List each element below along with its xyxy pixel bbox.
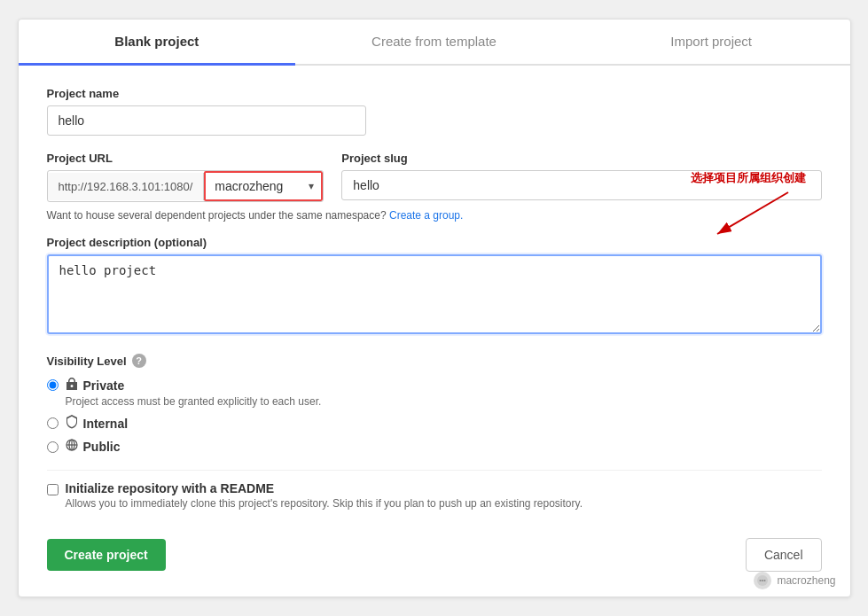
namespace-select[interactable]: macrozheng [206,173,321,199]
visibility-private-label: Private [83,378,125,393]
watermark-text: macrozheng [777,574,835,587]
visibility-private-title: Private [66,377,322,394]
help-icon[interactable]: ? [132,354,146,368]
visibility-public-item: Public [47,439,822,454]
visibility-internal-item: Internal [47,415,822,432]
visibility-public-label: Public [83,440,121,454]
action-row: Create project Cancel [47,531,822,572]
project-name-input[interactable] [47,105,366,136]
visibility-public-radio[interactable] [47,441,59,453]
url-prefix: http://192.168.3.101:1080/ [48,173,205,200]
cancel-button[interactable]: Cancel [746,538,822,572]
project-url-label: Project URL [47,152,325,165]
visibility-public-title: Public [66,439,121,454]
watermark-icon [754,572,771,589]
create-project-button[interactable]: Create project [47,539,166,571]
shield-icon [66,415,78,432]
visibility-private-desc: Project access must be granted explicitl… [66,395,322,408]
description-group: Project description (optional) hello pro… [47,236,822,338]
project-slug-label: Project slug [341,152,821,165]
readme-content: Initialize repository with a README Allo… [66,481,583,510]
visibility-private-content: Private Project access must be granted e… [66,377,322,408]
url-slug-row: Project URL http://192.168.3.101:1080/ m… [47,152,822,202]
svg-point-9 [764,580,766,581]
globe-icon [66,439,78,454]
description-label: Project description (optional) [47,236,822,249]
watermark: macrozheng [754,572,835,589]
svg-point-8 [762,580,763,581]
visibility-radio-group: Private Project access must be granted e… [47,377,822,454]
visibility-internal-label: Internal [83,417,129,431]
visibility-group: Visibility Level ? [47,354,822,454]
project-name-group: Project name [47,87,822,136]
namespace-select-wrapper: macrozheng ▾ [204,171,323,201]
visibility-label: Visibility Level ? [47,354,822,368]
visibility-private-item: Private Project access must be granted e… [47,377,822,408]
tab-create-from-template[interactable]: Create from template [295,19,573,66]
project-slug-group: Project slug [341,152,821,202]
project-url-group: Project URL http://192.168.3.101:1080/ m… [47,152,325,202]
create-group-link[interactable]: Create a group. [389,209,463,222]
project-slug-input[interactable] [341,170,821,200]
visibility-private-radio[interactable] [47,379,59,391]
readme-title: Initialize repository with a README [66,481,583,495]
namespace-hint: Want to house several dependent projects… [47,209,822,222]
form-body: 选择项目所属组织创建 Project name Project URL [19,66,850,597]
lock-icon [66,377,78,394]
readme-checkbox-row: Initialize repository with a README Allo… [47,470,822,510]
visibility-internal-content: Internal [66,415,129,432]
svg-point-7 [760,580,762,581]
chat-icon [756,574,769,587]
visibility-public-content: Public [66,439,121,454]
readme-desc: Allows you to immediately clone this pro… [66,497,583,510]
tab-bar: Blank project Create from template Impor… [19,19,850,66]
readme-checkbox[interactable] [47,484,59,495]
project-url-input-group: http://192.168.3.101:1080/ macrozheng ▾ [47,170,325,202]
tab-import-project[interactable]: Import project [573,19,850,66]
project-name-label: Project name [47,87,822,100]
tab-blank-project[interactable]: Blank project [19,19,296,66]
visibility-internal-title: Internal [66,415,129,432]
description-textarea[interactable]: hello project [47,254,822,334]
visibility-internal-radio[interactable] [47,417,59,429]
